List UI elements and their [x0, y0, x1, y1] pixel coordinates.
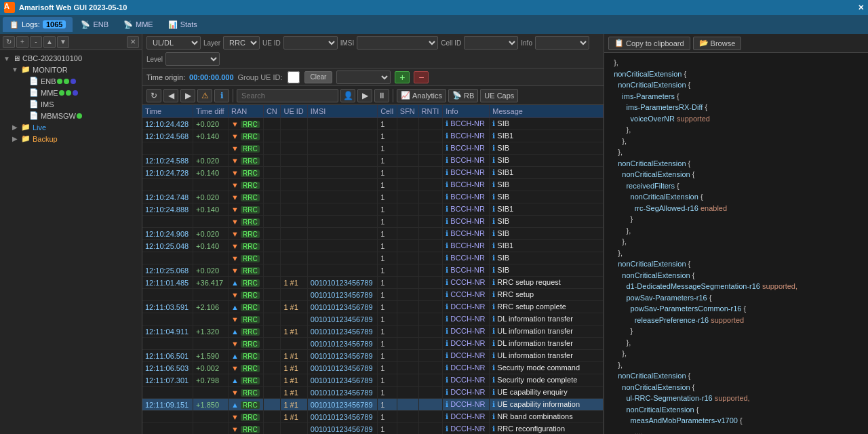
search-input[interactable]: [237, 89, 338, 102]
cell-cn: [263, 350, 281, 362]
sidebar-close-btn[interactable]: ✕: [127, 36, 139, 48]
table-row[interactable]: 12:10:24.568+0.140▼ RRC1ℹ BCCH-NRℹ SIB1: [142, 130, 604, 142]
sidebar-btn-3[interactable]: -: [30, 36, 42, 48]
group-ue-checkbox[interactable]: [287, 71, 300, 83]
sidebar-item-mme[interactable]: 📄 MME: [0, 87, 142, 98]
cell-diff: [193, 142, 229, 155]
cell-info: ℹ BCCH-NR: [443, 228, 490, 240]
cell-imsi: [307, 155, 377, 167]
analytics-button[interactable]: 📈 Analytics: [397, 89, 446, 102]
info-button[interactable]: ℹ: [214, 89, 229, 102]
table-row[interactable]: 12:10:25.068+0.020▼ RRC1ℹ BCCH-NRℹ SIB: [142, 264, 604, 277]
person-icon[interactable]: 👤: [340, 89, 355, 102]
cell-rnti: [418, 264, 443, 277]
sidebar-btn-2[interactable]: +: [16, 36, 28, 48]
prev-button[interactable]: ◀: [163, 89, 178, 102]
cell-rnti: [418, 118, 443, 130]
warn-button[interactable]: ⚠: [197, 89, 212, 102]
close-icon[interactable]: ✕: [858, 3, 864, 12]
backup-icon: 📁: [21, 134, 31, 143]
refresh-button[interactable]: ↻: [146, 89, 161, 102]
sidebar-item-live[interactable]: ▶ 📁 Live: [0, 121, 142, 133]
cell-cell: 1: [378, 423, 397, 435]
sidebar-item-monitor[interactable]: ▼ 📁 MONITOR: [0, 64, 142, 75]
remove-button[interactable]: −: [414, 71, 429, 83]
pause-button[interactable]: ⏸: [374, 89, 389, 102]
cell-cell: 1: [378, 301, 397, 313]
sidebar-btn-1[interactable]: ↻: [3, 36, 15, 48]
code-line: ims-ParametersRX-Diff {: [610, 102, 863, 113]
browse-button[interactable]: 📂 Browse: [693, 37, 742, 50]
table-row[interactable]: 12:11:01.485+36.417▲ RRC1 #1001010123456…: [142, 277, 604, 289]
sidebar-item-root[interactable]: ▼ 🖥 CBC-2023010100: [0, 53, 142, 64]
rb-button[interactable]: 📡 RB: [448, 89, 478, 102]
play-button[interactable]: ▶: [357, 89, 372, 102]
cell-info: ℹ BCCH-NR: [443, 142, 490, 155]
add-button[interactable]: +: [395, 71, 410, 83]
table-row[interactable]: ▼ RRC1 #10010101234567891ℹ DCCH-NRℹ NR b…: [142, 411, 604, 423]
table-row[interactable]: 12:10:24.428+0.020▼ RRC1ℹ BCCH-NRℹ SIB: [142, 118, 604, 130]
copy-clipboard-button[interactable]: 📋 Copy to clipboard: [608, 37, 690, 50]
cell-time: 12:10:24.908: [142, 228, 193, 240]
tab-logs[interactable]: 📋 Logs: 1065: [3, 17, 73, 32]
cell-info: ℹ DCCH-NR: [443, 350, 490, 362]
cell-cell: 1: [378, 191, 397, 203]
table-row[interactable]: ▼ RRC1 #10010101234567891ℹ DCCH-NRℹ UE c…: [142, 387, 604, 399]
cell-cell: 1: [378, 411, 397, 423]
cell-time: 12:11:01.485: [142, 277, 193, 289]
sidebar-item-enb[interactable]: 📄 ENB: [0, 75, 142, 87]
sidebar-item-mbmsgw[interactable]: 📄 MBMSGW: [0, 110, 142, 121]
sidebar-item-backup[interactable]: ▶ 📁 Backup: [0, 133, 142, 144]
tab-stats[interactable]: 📊 Stats: [161, 17, 204, 32]
table-row[interactable]: 12:11:07.301+0.798▲ RRC1 #10010101234567…: [142, 374, 604, 387]
imsi-select[interactable]: [357, 36, 438, 50]
level-select[interactable]: [165, 52, 220, 66]
ul-dl-select[interactable]: UL/DL: [146, 36, 201, 50]
sidebar-btn-5[interactable]: ▼: [57, 36, 69, 48]
tab-enb[interactable]: 📡 ENB: [74, 17, 115, 32]
table-row[interactable]: 12:11:04.911+1.320▲ RRC1 #10010101234567…: [142, 326, 604, 338]
clear-button[interactable]: Clear: [304, 71, 333, 83]
table-row[interactable]: 12:10:24.888+0.140▼ RRC1ℹ BCCH-NRℹ SIB1: [142, 203, 604, 216]
sidebar-btn-4[interactable]: ▲: [43, 36, 56, 48]
table-row[interactable]: 12:11:06.501+1.590▲ RRC1 #10010101234567…: [142, 350, 604, 362]
info-select[interactable]: [535, 36, 589, 50]
cell-info: ℹ BCCH-NR: [443, 191, 490, 203]
root-label: CBC-2023010100: [22, 54, 82, 62]
cell-cell: 1: [378, 338, 397, 350]
dot-blue-2: [73, 90, 78, 96]
table-row[interactable]: 12:11:06.503+0.002▼ RRC1 #10010101234567…: [142, 362, 604, 374]
table-row[interactable]: 12:10:24.908+0.020▼ RRC1ℹ BCCH-NRℹ SIB: [142, 228, 604, 240]
ue-id-select[interactable]: [283, 36, 338, 50]
table-row[interactable]: ▼ RRC0010101234567891ℹ DCCH-NRℹ DL infor…: [142, 338, 604, 350]
table-row[interactable]: ▼ RRC1ℹ BCCH-NRℹ SIB: [142, 216, 604, 228]
table-row[interactable]: ▼ RRC1ℹ BCCH-NRℹ SIB: [142, 252, 604, 264]
table-row[interactable]: 12:10:25.048+0.140▼ RRC1ℹ BCCH-NRℹ SIB1: [142, 240, 604, 252]
table-row[interactable]: 12:10:24.588+0.020▼ RRC1ℹ BCCH-NRℹ SIB: [142, 155, 604, 167]
clear-select[interactable]: [336, 71, 391, 84]
table-row[interactable]: ▼ RRC0010101234567891ℹ CCCH-NRℹ RRC setu…: [142, 289, 604, 301]
sidebar-item-ims[interactable]: 📄 IMS: [0, 98, 142, 110]
cell-rnti: [418, 216, 443, 228]
table-row[interactable]: ▼ RRC1ℹ BCCH-NRℹ SIB: [142, 179, 604, 191]
code-line: ...,: [610, 427, 863, 435]
table-row[interactable]: ▼ RRC0010101234567891ℹ DCCH-NRℹ RRC reco…: [142, 423, 604, 435]
table-row[interactable]: 12:10:24.728+0.140▼ RRC1ℹ BCCH-NRℹ SIB1: [142, 167, 604, 179]
table-row[interactable]: ▼ RRC0010101234567891ℹ DCCH-NRℹ DL infor…: [142, 313, 604, 326]
browse-label: Browse: [711, 39, 736, 47]
code-line: voiceOverNR supported: [610, 113, 863, 125]
tab-mme[interactable]: 📡 MME: [117, 17, 160, 32]
table-row[interactable]: 12:11:03.591+2.106▲ RRC1 #10010101234567…: [142, 301, 604, 313]
table-row[interactable]: 12:10:24.748+0.020▼ RRC1ℹ BCCH-NRℹ SIB: [142, 191, 604, 203]
code-line: nonCriticalExtension {: [610, 158, 863, 170]
table-row[interactable]: ▼ RRC1ℹ BCCH-NRℹ SIB: [142, 142, 604, 155]
layer-select[interactable]: RRC: [223, 36, 260, 50]
code-line: nonCriticalExtension {: [610, 258, 863, 270]
ue-caps-button[interactable]: UE Caps: [480, 89, 518, 102]
cell-imsi: [307, 191, 377, 203]
cell-time: 12:10:25.068: [142, 264, 193, 277]
cell-sfn: [397, 142, 418, 155]
next-button[interactable]: ▶: [180, 89, 195, 102]
table-row[interactable]: 12:11:09.151+1.850▲ RRC1 #10010101234567…: [142, 399, 604, 411]
cell-id-select[interactable]: [464, 36, 518, 50]
